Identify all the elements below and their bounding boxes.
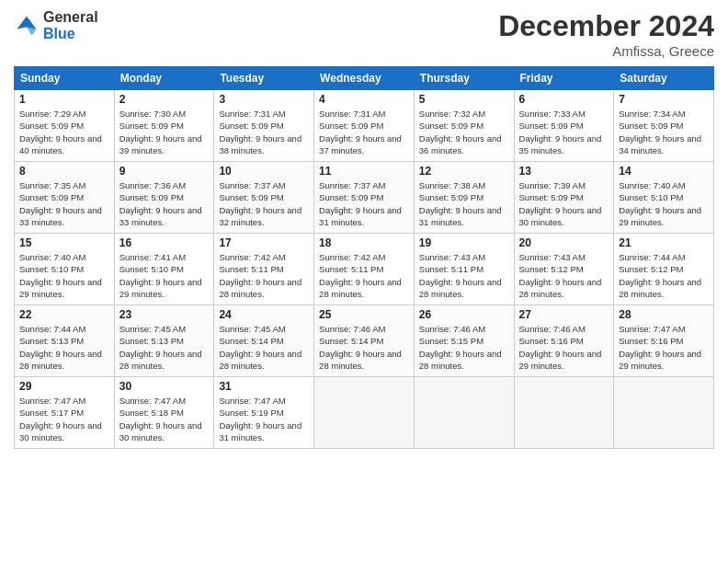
calendar-cell: 7 Sunrise: 7:34 AM Sunset: 5:09 PM Dayli… [614,90,714,162]
day-number: 13 [519,165,609,178]
calendar-row: 1 Sunrise: 7:29 AM Sunset: 5:09 PM Dayli… [15,90,714,162]
col-sunday: Sunday [15,67,115,90]
day-number: 31 [219,380,309,393]
calendar-cell [314,377,415,449]
day-info: Sunrise: 7:36 AM Sunset: 5:09 PM Dayligh… [119,179,210,228]
logo-text: General Blue [43,9,98,41]
calendar-cell: 12 Sunrise: 7:38 AM Sunset: 5:09 PM Dayl… [414,162,514,234]
header: General Blue December 2024 Amfissa, Gree… [14,9,714,59]
col-monday: Monday [114,67,214,90]
day-info: Sunrise: 7:37 AM Sunset: 5:09 PM Dayligh… [219,179,309,228]
day-info: Sunrise: 7:44 AM Sunset: 5:12 PM Dayligh… [619,251,709,300]
day-number: 17 [219,236,309,249]
calendar-cell: 27 Sunrise: 7:46 AM Sunset: 5:16 PM Dayl… [514,305,614,377]
calendar-cell: 3 Sunrise: 7:31 AM Sunset: 5:09 PM Dayli… [214,90,314,162]
day-info: Sunrise: 7:33 AM Sunset: 5:09 PM Dayligh… [519,108,609,156]
day-info: Sunrise: 7:46 AM Sunset: 5:15 PM Dayligh… [419,323,509,372]
day-number: 12 [419,165,509,178]
logo-blue-text: Blue [43,26,98,42]
calendar-cell: 18 Sunrise: 7:42 AM Sunset: 5:11 PM Dayl… [314,234,415,305]
day-number: 20 [519,236,609,249]
calendar-cell: 2 Sunrise: 7:30 AM Sunset: 5:09 PM Dayli… [114,90,214,162]
calendar-cell [414,377,514,449]
day-info: Sunrise: 7:47 AM Sunset: 5:16 PM Dayligh… [619,323,709,372]
calendar-cell: 14 Sunrise: 7:40 AM Sunset: 5:10 PM Dayl… [614,162,714,234]
day-info: Sunrise: 7:40 AM Sunset: 5:10 PM Dayligh… [19,251,109,300]
day-info: Sunrise: 7:42 AM Sunset: 5:11 PM Dayligh… [219,251,309,300]
day-info: Sunrise: 7:47 AM Sunset: 5:17 PM Dayligh… [19,395,109,443]
calendar-cell: 1 Sunrise: 7:29 AM Sunset: 5:09 PM Dayli… [15,90,115,162]
calendar-cell: 23 Sunrise: 7:45 AM Sunset: 5:13 PM Dayl… [114,305,214,377]
day-number: 22 [19,308,109,321]
day-number: 14 [619,165,709,178]
calendar-cell: 10 Sunrise: 7:37 AM Sunset: 5:09 PM Dayl… [214,162,314,234]
day-info: Sunrise: 7:39 AM Sunset: 5:09 PM Dayligh… [519,179,609,228]
day-number: 18 [319,236,409,249]
calendar-cell: 13 Sunrise: 7:39 AM Sunset: 5:09 PM Dayl… [514,162,614,234]
calendar-cell: 22 Sunrise: 7:44 AM Sunset: 5:13 PM Dayl… [15,305,115,377]
day-number: 2 [119,93,210,106]
col-tuesday: Tuesday [214,67,314,90]
day-info: Sunrise: 7:30 AM Sunset: 5:09 PM Dayligh… [119,108,210,156]
day-info: Sunrise: 7:32 AM Sunset: 5:09 PM Dayligh… [419,108,509,156]
day-number: 10 [219,165,309,178]
day-info: Sunrise: 7:43 AM Sunset: 5:11 PM Dayligh… [419,251,509,300]
page-container: General Blue December 2024 Amfissa, Gree… [0,0,728,454]
day-number: 30 [119,380,210,393]
day-number: 15 [19,236,109,249]
day-number: 29 [19,380,109,393]
calendar-cell: 21 Sunrise: 7:44 AM Sunset: 5:12 PM Dayl… [614,234,714,305]
calendar-header-row: Sunday Monday Tuesday Wednesday Thursday… [15,67,714,90]
day-number: 5 [419,93,509,106]
day-info: Sunrise: 7:31 AM Sunset: 5:09 PM Dayligh… [219,108,309,156]
day-info: Sunrise: 7:47 AM Sunset: 5:19 PM Dayligh… [219,395,309,443]
day-number: 4 [319,93,409,106]
day-number: 9 [119,165,210,178]
day-number: 3 [219,93,309,106]
day-info: Sunrise: 7:41 AM Sunset: 5:10 PM Dayligh… [119,251,210,300]
calendar-cell: 30 Sunrise: 7:47 AM Sunset: 5:18 PM Dayl… [114,377,214,449]
day-number: 21 [619,236,709,249]
calendar-cell: 6 Sunrise: 7:33 AM Sunset: 5:09 PM Dayli… [514,90,614,162]
calendar-cell: 19 Sunrise: 7:43 AM Sunset: 5:11 PM Dayl… [414,234,514,305]
day-number: 28 [619,308,709,321]
day-number: 26 [419,308,509,321]
day-info: Sunrise: 7:40 AM Sunset: 5:10 PM Dayligh… [619,179,709,228]
calendar-cell: 15 Sunrise: 7:40 AM Sunset: 5:10 PM Dayl… [15,234,115,305]
calendar-table: Sunday Monday Tuesday Wednesday Thursday… [14,66,714,449]
col-thursday: Thursday [414,67,514,90]
col-wednesday: Wednesday [314,67,415,90]
calendar-row: 8 Sunrise: 7:35 AM Sunset: 5:09 PM Dayli… [15,162,714,234]
month-title: December 2024 [498,9,714,43]
day-info: Sunrise: 7:44 AM Sunset: 5:13 PM Dayligh… [19,323,109,372]
day-number: 19 [419,236,509,249]
calendar-cell [614,377,714,449]
logo: General Blue [14,9,98,41]
calendar-cell: 26 Sunrise: 7:46 AM Sunset: 5:15 PM Dayl… [414,305,514,377]
day-info: Sunrise: 7:35 AM Sunset: 5:09 PM Dayligh… [19,179,109,228]
day-number: 25 [319,308,409,321]
calendar-cell [514,377,614,449]
calendar-cell: 11 Sunrise: 7:37 AM Sunset: 5:09 PM Dayl… [314,162,415,234]
calendar-cell: 8 Sunrise: 7:35 AM Sunset: 5:09 PM Dayli… [15,162,115,234]
day-number: 8 [19,165,109,178]
logo-icon [14,13,40,39]
day-info: Sunrise: 7:45 AM Sunset: 5:13 PM Dayligh… [119,323,210,372]
col-saturday: Saturday [614,67,714,90]
day-info: Sunrise: 7:45 AM Sunset: 5:14 PM Dayligh… [219,323,309,372]
day-number: 7 [619,93,709,106]
calendar-cell: 4 Sunrise: 7:31 AM Sunset: 5:09 PM Dayli… [314,90,415,162]
day-info: Sunrise: 7:31 AM Sunset: 5:09 PM Dayligh… [319,108,409,156]
day-number: 27 [519,308,609,321]
col-friday: Friday [514,67,614,90]
day-info: Sunrise: 7:37 AM Sunset: 5:09 PM Dayligh… [319,179,409,228]
calendar-row: 22 Sunrise: 7:44 AM Sunset: 5:13 PM Dayl… [15,305,714,377]
logo-general-text: General [43,9,98,26]
calendar-cell: 5 Sunrise: 7:32 AM Sunset: 5:09 PM Dayli… [414,90,514,162]
day-number: 16 [119,236,210,249]
title-block: December 2024 Amfissa, Greece [498,9,714,59]
day-info: Sunrise: 7:38 AM Sunset: 5:09 PM Dayligh… [419,179,509,228]
day-info: Sunrise: 7:29 AM Sunset: 5:09 PM Dayligh… [19,108,109,156]
day-number: 24 [219,308,309,321]
calendar-cell: 29 Sunrise: 7:47 AM Sunset: 5:17 PM Dayl… [15,377,115,449]
